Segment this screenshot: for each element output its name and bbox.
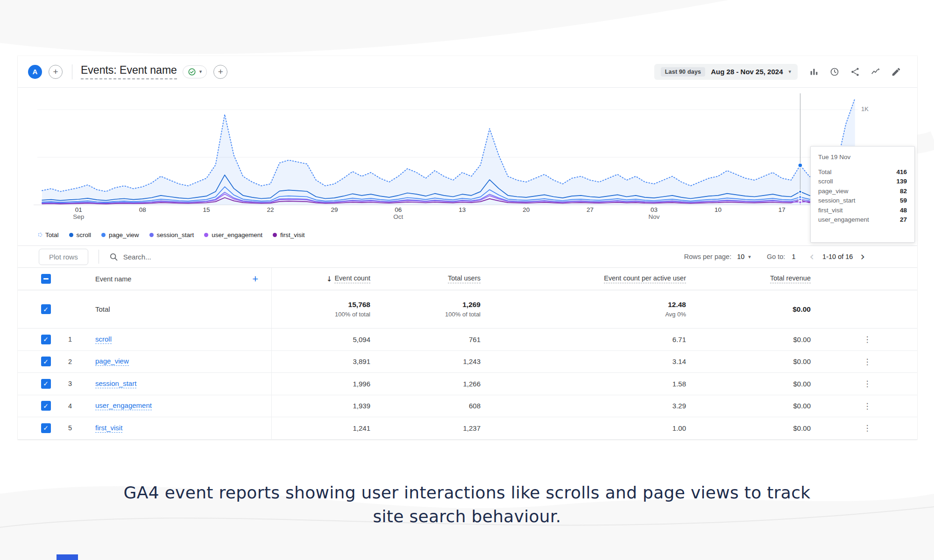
column-header-per-active-user[interactable]: Event count per active user bbox=[487, 274, 693, 283]
avatar[interactable]: A bbox=[28, 65, 42, 79]
row-checkbox[interactable]: ✓ bbox=[41, 304, 51, 314]
totals-per-active-user: 12.48 bbox=[487, 301, 686, 309]
event-name-link[interactable]: first_visit bbox=[95, 424, 122, 433]
column-header-event-name[interactable]: Event name bbox=[95, 275, 131, 283]
total-revenue-value: $0.00 bbox=[693, 402, 817, 410]
pagination-range: 1-10 of 16 bbox=[822, 253, 853, 260]
total-users-value: 1,237 bbox=[377, 424, 487, 432]
row-menu-button[interactable]: ⋮ bbox=[860, 355, 875, 368]
goto-page-input[interactable]: 1 bbox=[792, 253, 795, 260]
report-title[interactable]: Events: Event name bbox=[81, 64, 177, 79]
rows-per-page-label: Rows per page: bbox=[684, 253, 732, 260]
event-name-link[interactable]: page_view bbox=[95, 357, 129, 366]
history-button[interactable] bbox=[826, 63, 843, 81]
tooltip-row: first_visit48 bbox=[818, 205, 907, 215]
next-page-button[interactable]: › bbox=[860, 251, 865, 262]
decorative-blue-bar bbox=[57, 554, 78, 560]
column-header-total-users[interactable]: Total users bbox=[377, 274, 487, 283]
tooltip-rows: Total416scroll139page_view82session_star… bbox=[818, 167, 907, 224]
row-menu-button[interactable]: ⋮ bbox=[860, 421, 875, 434]
event-count-value: 1,996 bbox=[272, 380, 377, 388]
plus-icon: + bbox=[218, 67, 223, 76]
per-active-user-value: 3.14 bbox=[487, 357, 693, 365]
report-header: A + Events: Event name ▾ + Last 90 days … bbox=[18, 56, 917, 88]
caption-line2: site search behaviour. bbox=[373, 507, 561, 526]
event-count-value: 5,094 bbox=[272, 336, 377, 343]
date-range-selector[interactable]: Last 90 days Aug 28 - Nov 25, 2024 ▾ bbox=[654, 64, 798, 80]
total-users-value: 1,266 bbox=[377, 380, 487, 388]
row-index: 4 bbox=[55, 402, 85, 410]
row-checkbox[interactable]: ✓ bbox=[41, 423, 51, 433]
event-count-value: 3,891 bbox=[272, 357, 377, 365]
total-revenue-value: $0.00 bbox=[693, 336, 817, 343]
event-name-link[interactable]: scroll bbox=[95, 335, 112, 344]
search-input[interactable] bbox=[123, 253, 277, 261]
previous-page-button[interactable]: ‹ bbox=[809, 251, 814, 262]
rows-per-page-select[interactable]: 10 ▾ bbox=[737, 253, 751, 260]
totals-event-count: 15,768 bbox=[272, 301, 370, 309]
tooltip-date: Tue 19 Nov bbox=[818, 154, 907, 161]
check-circle-icon bbox=[188, 68, 196, 76]
per-active-user-value: 6.71 bbox=[487, 336, 693, 343]
legend-label: user_engagement bbox=[212, 231, 262, 238]
row-checkbox[interactable]: ✓ bbox=[41, 357, 51, 366]
per-active-user-value: 1.58 bbox=[487, 380, 693, 388]
table-header-row: Event name + ↓ Event count Total users E… bbox=[18, 268, 917, 290]
row-menu-button[interactable]: ⋮ bbox=[860, 399, 875, 413]
table-row: ✓ 1 scroll 5,094 761 6.71 $0.00 ⋮ bbox=[18, 329, 917, 351]
table-row: ✓ 4 user_engagement 1,939 608 3.29 $0.00… bbox=[18, 395, 917, 418]
report-actions bbox=[805, 63, 905, 81]
events-table: Event name + ↓ Event count Total users E… bbox=[18, 268, 917, 440]
event-count-value: 1,241 bbox=[272, 424, 377, 432]
add-tab-button[interactable]: + bbox=[49, 65, 63, 79]
tooltip-row: scroll139 bbox=[818, 177, 907, 187]
row-checkbox[interactable]: ✓ bbox=[41, 401, 51, 411]
add-column-icon[interactable]: + bbox=[252, 274, 258, 284]
caption-line1: GA4 event reports showing user interacti… bbox=[124, 483, 811, 502]
per-active-user-value: 3.29 bbox=[487, 402, 693, 410]
row-checkbox[interactable]: ✓ bbox=[41, 335, 51, 344]
share-button[interactable] bbox=[846, 63, 864, 81]
pencil-icon bbox=[891, 67, 901, 77]
row-index: 5 bbox=[55, 424, 85, 432]
column-header-total-revenue[interactable]: Total revenue bbox=[693, 274, 817, 283]
chart-legend: Totalscrollpage_viewsession_startuser_en… bbox=[18, 224, 917, 245]
tooltip-row: session_start59 bbox=[818, 196, 907, 206]
x-axis-tick: 10 bbox=[715, 206, 722, 213]
total-revenue-value: $0.00 bbox=[693, 357, 817, 365]
chevron-down-icon: ▾ bbox=[788, 69, 791, 74]
add-report-button[interactable]: + bbox=[213, 65, 227, 79]
row-menu-button[interactable]: ⋮ bbox=[860, 333, 875, 346]
select-all-checkbox[interactable] bbox=[41, 274, 51, 284]
sort-desc-icon: ↓ bbox=[326, 275, 333, 283]
x-axis-tick: 17 bbox=[778, 206, 785, 213]
table-toolbar: Plot rows Rows per page: 10 ▾ Go to: 1 ‹… bbox=[18, 245, 917, 268]
event-name-link[interactable]: user_engagement bbox=[95, 401, 152, 410]
event-name-link[interactable]: session_start bbox=[95, 379, 136, 388]
comparison-button[interactable] bbox=[805, 63, 823, 81]
tooltip-row: page_view82 bbox=[818, 186, 907, 196]
dimension-status-pill[interactable]: ▾ bbox=[183, 65, 207, 78]
total-users-value: 608 bbox=[377, 402, 487, 410]
legend-label: page_view bbox=[109, 231, 139, 238]
totals-per-active-user-sub: Avg 0% bbox=[487, 311, 686, 318]
legend-marker-icon bbox=[101, 233, 106, 237]
divider bbox=[72, 64, 72, 79]
legend-marker-icon bbox=[38, 233, 42, 237]
x-axis-tick: 13 bbox=[459, 206, 466, 213]
search-icon bbox=[109, 252, 118, 261]
row-menu-button[interactable]: ⋮ bbox=[860, 377, 875, 390]
tooltip-row: Total416 bbox=[818, 167, 907, 177]
edit-button[interactable] bbox=[887, 63, 905, 81]
row-checkbox[interactable]: ✓ bbox=[41, 379, 51, 389]
totals-label: Total bbox=[95, 305, 110, 313]
chart-tooltip: Tue 19 Nov Total416scroll139page_view82s… bbox=[810, 146, 915, 243]
legend-label: session_start bbox=[157, 231, 194, 238]
legend-item-first_visit: first_visit bbox=[273, 231, 305, 238]
plot-rows-button[interactable]: Plot rows bbox=[39, 249, 88, 265]
column-header-event-count[interactable]: ↓ Event count bbox=[272, 274, 377, 283]
date-range-text: Aug 28 - Nov 25, 2024 bbox=[711, 68, 783, 76]
table-totals-row: ✓ Total 15,768 100% of total 1,269 100% … bbox=[18, 290, 917, 329]
insights-button[interactable] bbox=[867, 63, 884, 81]
event-count-value: 1,939 bbox=[272, 402, 377, 410]
